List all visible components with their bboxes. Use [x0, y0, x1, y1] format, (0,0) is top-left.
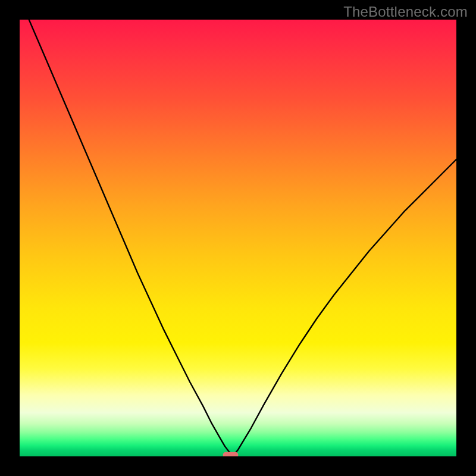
- watermark-text: TheBottleneck.com: [343, 4, 468, 20]
- curve-layer: [20, 20, 456, 456]
- optimal-point-marker: [223, 452, 239, 456]
- chart-frame: TheBottleneck.com: [0, 0, 476, 476]
- plot-area: [20, 20, 456, 456]
- bottleneck-curve: [20, 20, 456, 455]
